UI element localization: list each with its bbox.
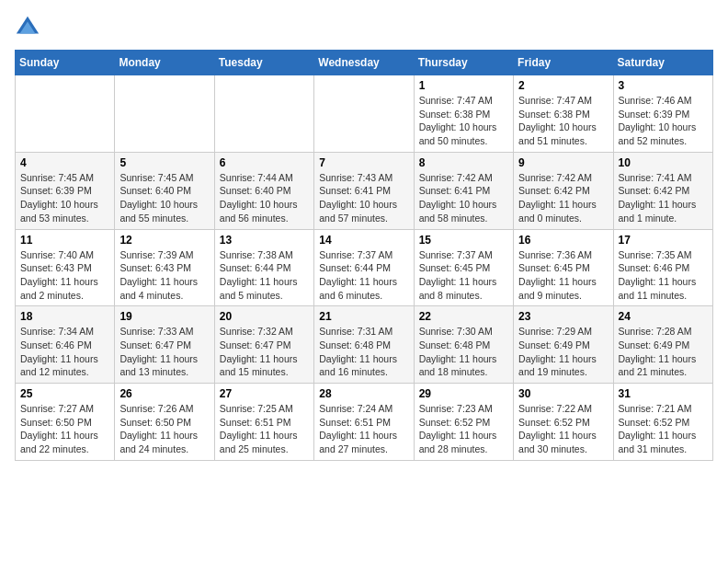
day-number: 6 [220, 156, 309, 169]
calendar-cell [314, 75, 414, 153]
day-info: Sunrise: 7:38 AMSunset: 6:44 PMDaylight:… [220, 248, 309, 303]
calendar-cell: 23Sunrise: 7:29 AMSunset: 6:49 PMDayligh… [514, 306, 613, 384]
calendar-cell: 30Sunrise: 7:22 AMSunset: 6:52 PMDayligh… [514, 384, 613, 461]
day-info: Sunrise: 7:44 AMSunset: 6:40 PMDaylight:… [220, 171, 309, 225]
day-info: Sunrise: 7:41 AMSunset: 6:42 PMDaylight:… [619, 171, 708, 225]
calendar-cell: 17Sunrise: 7:35 AMSunset: 6:46 PMDayligh… [613, 229, 712, 306]
calendar-cell: 11Sunrise: 7:40 AMSunset: 6:43 PMDayligh… [16, 229, 115, 306]
day-number: 20 [220, 310, 309, 323]
day-number: 30 [518, 387, 608, 400]
calendar-cell: 18Sunrise: 7:34 AMSunset: 6:46 PMDayligh… [16, 306, 115, 384]
calendar-cell: 27Sunrise: 7:25 AMSunset: 6:51 PMDayligh… [214, 384, 313, 461]
day-info: Sunrise: 7:30 AMSunset: 6:48 PMDaylight:… [419, 325, 508, 379]
calendar-cell: 25Sunrise: 7:27 AMSunset: 6:50 PMDayligh… [16, 384, 115, 461]
weekday-header-friday: Friday [514, 51, 613, 75]
calendar-cell: 14Sunrise: 7:37 AMSunset: 6:44 PMDayligh… [314, 229, 414, 306]
day-info: Sunrise: 7:26 AMSunset: 6:50 PMDaylight:… [119, 402, 209, 456]
calendar-header: SundayMondayTuesdayWednesdayThursdayFrid… [16, 51, 713, 75]
calendar-body: 1Sunrise: 7:47 AMSunset: 6:38 PMDaylight… [16, 75, 713, 461]
calendar-cell: 2Sunrise: 7:47 AMSunset: 6:38 PMDaylight… [514, 75, 613, 153]
day-info: Sunrise: 7:32 AMSunset: 6:47 PMDaylight:… [220, 325, 309, 379]
day-info: Sunrise: 7:40 AMSunset: 6:43 PMDaylight:… [20, 248, 109, 303]
weekday-header-monday: Monday [115, 51, 214, 75]
day-number: 8 [419, 156, 508, 169]
day-info: Sunrise: 7:45 AMSunset: 6:40 PMDaylight:… [119, 171, 209, 225]
day-number: 3 [619, 79, 708, 92]
calendar-cell: 5Sunrise: 7:45 AMSunset: 6:40 PMDaylight… [115, 152, 214, 229]
day-info: Sunrise: 7:34 AMSunset: 6:46 PMDaylight:… [20, 325, 109, 379]
calendar-cell: 9Sunrise: 7:42 AMSunset: 6:42 PMDaylight… [514, 152, 613, 229]
day-number: 16 [518, 234, 608, 247]
calendar-cell: 16Sunrise: 7:36 AMSunset: 6:45 PMDayligh… [514, 229, 613, 306]
calendar-cell: 24Sunrise: 7:28 AMSunset: 6:49 PMDayligh… [613, 306, 712, 384]
calendar-cell: 10Sunrise: 7:41 AMSunset: 6:42 PMDayligh… [613, 152, 712, 229]
day-number: 25 [20, 387, 109, 400]
day-number: 19 [119, 310, 209, 323]
day-info: Sunrise: 7:31 AMSunset: 6:48 PMDaylight:… [319, 325, 408, 379]
page-header [15, 15, 713, 40]
day-number: 31 [619, 387, 708, 400]
calendar-cell: 21Sunrise: 7:31 AMSunset: 6:48 PMDayligh… [314, 306, 414, 384]
calendar-week-1: 1Sunrise: 7:47 AMSunset: 6:38 PMDaylight… [16, 75, 713, 153]
day-number: 26 [119, 387, 209, 400]
calendar-cell: 7Sunrise: 7:43 AMSunset: 6:41 PMDaylight… [314, 152, 414, 229]
day-info: Sunrise: 7:47 AMSunset: 6:38 PMDaylight:… [419, 94, 508, 148]
day-info: Sunrise: 7:33 AMSunset: 6:47 PMDaylight:… [119, 325, 209, 379]
day-number: 11 [20, 234, 109, 247]
day-info: Sunrise: 7:42 AMSunset: 6:42 PMDaylight:… [518, 171, 608, 225]
calendar-week-3: 11Sunrise: 7:40 AMSunset: 6:43 PMDayligh… [16, 229, 713, 306]
weekday-header-wednesday: Wednesday [314, 51, 414, 75]
day-info: Sunrise: 7:21 AMSunset: 6:52 PMDaylight:… [619, 402, 708, 456]
day-number: 15 [419, 234, 508, 247]
day-number: 12 [119, 234, 209, 247]
day-number: 1 [419, 79, 508, 92]
day-info: Sunrise: 7:47 AMSunset: 6:38 PMDaylight:… [518, 94, 608, 148]
calendar-cell: 15Sunrise: 7:37 AMSunset: 6:45 PMDayligh… [414, 229, 513, 306]
logo [15, 15, 44, 40]
day-info: Sunrise: 7:22 AMSunset: 6:52 PMDaylight:… [518, 402, 608, 456]
weekday-row: SundayMondayTuesdayWednesdayThursdayFrid… [16, 51, 713, 75]
day-number: 22 [419, 310, 508, 323]
weekday-header-thursday: Thursday [414, 51, 513, 75]
calendar-cell [16, 75, 115, 153]
calendar-cell: 26Sunrise: 7:26 AMSunset: 6:50 PMDayligh… [115, 384, 214, 461]
calendar-week-5: 25Sunrise: 7:27 AMSunset: 6:50 PMDayligh… [16, 384, 713, 461]
calendar-week-2: 4Sunrise: 7:45 AMSunset: 6:39 PMDaylight… [16, 152, 713, 229]
calendar-cell: 8Sunrise: 7:42 AMSunset: 6:41 PMDaylight… [414, 152, 513, 229]
calendar-cell [214, 75, 313, 153]
day-info: Sunrise: 7:45 AMSunset: 6:39 PMDaylight:… [20, 171, 109, 225]
logo-icon [15, 15, 40, 40]
day-info: Sunrise: 7:35 AMSunset: 6:46 PMDaylight:… [619, 248, 708, 303]
day-number: 21 [319, 310, 408, 323]
day-number: 14 [319, 234, 408, 247]
day-number: 18 [20, 310, 109, 323]
calendar-week-4: 18Sunrise: 7:34 AMSunset: 6:46 PMDayligh… [16, 306, 713, 384]
day-info: Sunrise: 7:46 AMSunset: 6:39 PMDaylight:… [619, 94, 708, 148]
calendar-cell: 4Sunrise: 7:45 AMSunset: 6:39 PMDaylight… [16, 152, 115, 229]
calendar-cell: 28Sunrise: 7:24 AMSunset: 6:51 PMDayligh… [314, 384, 414, 461]
day-number: 23 [518, 310, 608, 323]
day-number: 10 [619, 156, 708, 169]
calendar-cell: 29Sunrise: 7:23 AMSunset: 6:52 PMDayligh… [414, 384, 513, 461]
day-number: 4 [20, 156, 109, 169]
day-number: 27 [220, 387, 309, 400]
weekday-header-tuesday: Tuesday [214, 51, 313, 75]
day-info: Sunrise: 7:39 AMSunset: 6:43 PMDaylight:… [119, 248, 209, 303]
day-info: Sunrise: 7:29 AMSunset: 6:49 PMDaylight:… [518, 325, 608, 379]
calendar-cell: 20Sunrise: 7:32 AMSunset: 6:47 PMDayligh… [214, 306, 313, 384]
calendar-cell: 1Sunrise: 7:47 AMSunset: 6:38 PMDaylight… [414, 75, 513, 153]
calendar-cell: 22Sunrise: 7:30 AMSunset: 6:48 PMDayligh… [414, 306, 513, 384]
day-number: 9 [518, 156, 608, 169]
day-info: Sunrise: 7:37 AMSunset: 6:44 PMDaylight:… [319, 248, 408, 303]
day-info: Sunrise: 7:28 AMSunset: 6:49 PMDaylight:… [619, 325, 708, 379]
calendar-cell: 13Sunrise: 7:38 AMSunset: 6:44 PMDayligh… [214, 229, 313, 306]
weekday-header-saturday: Saturday [613, 51, 712, 75]
calendar-cell: 12Sunrise: 7:39 AMSunset: 6:43 PMDayligh… [115, 229, 214, 306]
weekday-header-sunday: Sunday [16, 51, 115, 75]
day-info: Sunrise: 7:27 AMSunset: 6:50 PMDaylight:… [20, 402, 109, 456]
calendar-cell [115, 75, 214, 153]
day-number: 29 [419, 387, 508, 400]
day-info: Sunrise: 7:43 AMSunset: 6:41 PMDaylight:… [319, 171, 408, 225]
day-info: Sunrise: 7:42 AMSunset: 6:41 PMDaylight:… [419, 171, 508, 225]
day-info: Sunrise: 7:25 AMSunset: 6:51 PMDaylight:… [220, 402, 309, 456]
